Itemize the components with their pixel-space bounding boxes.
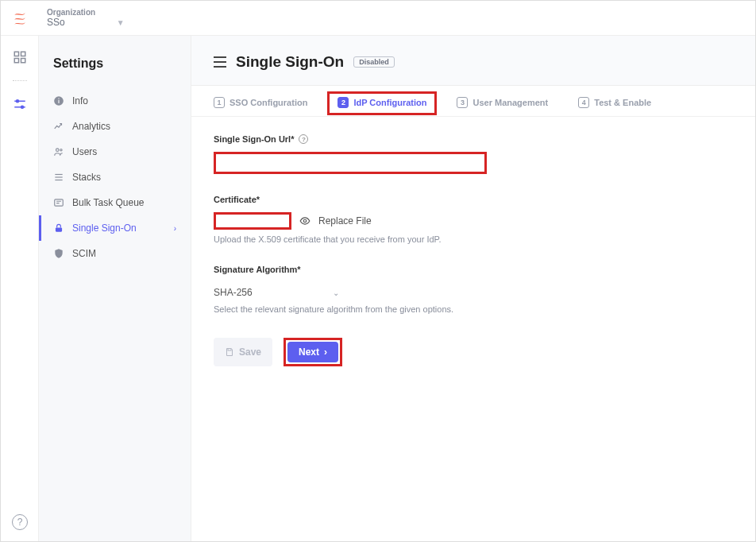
sidebar-item-stacks[interactable]: Stacks [53,165,176,190]
status-badge: Disabled [353,56,395,68]
svg-rect-2 [14,59,18,63]
lock-icon [53,223,64,234]
chevron-down-icon: ⌄ [333,288,339,297]
info-icon [53,95,64,106]
org-name: SSo [47,17,65,28]
step-number: 2 [338,97,349,108]
signature-algorithm-label: Signature Algorithm* [214,265,733,274]
page-header: Single Sign-On Disabled [191,36,755,86]
settings-sliders-icon[interactable] [13,97,27,111]
step-idp-configuration[interactable]: 2 IdP Configuration [327,91,437,115]
shield-icon [53,248,64,259]
chevron-right-icon: › [174,224,176,233]
next-button[interactable]: Next › [287,342,338,362]
main-content: Single Sign-On Disabled 1 SSO Configurat… [191,36,755,541]
svg-point-11 [56,149,60,152]
save-button: Save [214,338,272,366]
step-label: IdP Configuration [353,98,426,107]
svg-rect-10 [58,99,59,99]
dashboard-icon[interactable] [13,50,27,64]
settings-sidebar: Settings Info Analytics Users Stacks Bul… [39,36,191,541]
org-label: Organization [47,8,125,17]
save-icon [225,347,234,357]
certificate-label: Certificate* [214,195,733,204]
page-title: Single Sign-On [236,53,344,71]
step-user-management[interactable]: 3 User Management [457,97,548,108]
svg-rect-3 [21,59,25,63]
certificate-hint: Upload the X.509 certificate that you re… [214,234,733,244]
sso-url-input[interactable] [214,152,487,174]
sidebar-item-label: SCIM [72,248,96,259]
signature-algorithm-select[interactable]: SHA-256 ⌄ [214,282,341,303]
sidebar-item-label: Bulk Task Queue [72,197,145,208]
sidebar-item-single-sign-on[interactable]: Single Sign-On › [53,215,176,241]
analytics-icon [53,121,64,132]
sidebar-item-info[interactable]: Info [53,88,176,114]
select-value: SHA-256 [214,287,253,298]
svg-rect-19 [228,349,231,351]
sidebar-item-label: Analytics [72,121,110,132]
step-sso-configuration[interactable]: 1 SSO Configuration [214,97,307,108]
svg-rect-9 [58,100,59,103]
org-switcher[interactable]: Organization SSo ▼ [47,8,125,28]
menu-toggle-icon[interactable] [214,56,226,68]
signature-algorithm-hint: Select the relevant signature algorithm … [214,304,733,314]
queue-icon [53,197,64,208]
idp-config-form: Single Sign-On Url* ? Certificate* Repla… [191,117,755,384]
sidebar-item-label: Info [72,95,88,106]
certificate-file-input[interactable] [214,212,291,230]
replace-file-link[interactable]: Replace File [318,215,372,226]
help-icon[interactable]: ? [299,134,308,144]
sso-url-label: Single Sign-On Url* ? [214,134,733,144]
icon-rail [1,36,39,541]
step-test-enable[interactable]: 4 Test & Enable [578,97,651,108]
svg-point-18 [303,219,307,223]
eye-icon[interactable] [299,215,310,226]
brand-logo-icon [12,10,28,26]
sidebar-item-bulk-task-queue[interactable]: Bulk Task Queue [53,190,176,215]
svg-rect-17 [56,227,62,231]
help-button[interactable]: ? [12,514,28,530]
svg-rect-1 [21,52,25,56]
sidebar-item-users[interactable]: Users [53,139,176,165]
svg-point-5 [16,100,18,103]
step-number: 4 [578,97,589,108]
svg-point-7 [21,106,23,108]
users-icon [53,146,64,157]
step-label: User Management [472,98,548,107]
step-number: 1 [214,97,225,108]
active-indicator [39,215,41,241]
sidebar-item-label: Users [72,146,97,157]
rail-divider [13,80,27,81]
sidebar-item-scim[interactable]: SCIM [53,241,176,266]
stepper: 1 SSO Configuration 2 IdP Configuration … [191,86,755,117]
chevron-down-icon: ▼ [117,18,125,27]
svg-rect-0 [14,52,18,56]
step-label: Test & Enable [594,98,651,107]
svg-point-12 [60,149,62,151]
stacks-icon [53,172,64,183]
step-label: SSO Configuration [230,98,307,107]
sidebar-item-label: Single Sign-On [72,223,137,234]
topbar: Organization SSo ▼ [1,1,755,36]
chevron-right-icon: › [324,346,327,358]
next-button-highlight: Next › [284,338,342,366]
sidebar-title: Settings [53,56,176,71]
sidebar-item-analytics[interactable]: Analytics [53,114,176,139]
step-number: 3 [457,97,468,108]
sidebar-item-label: Stacks [72,172,101,183]
